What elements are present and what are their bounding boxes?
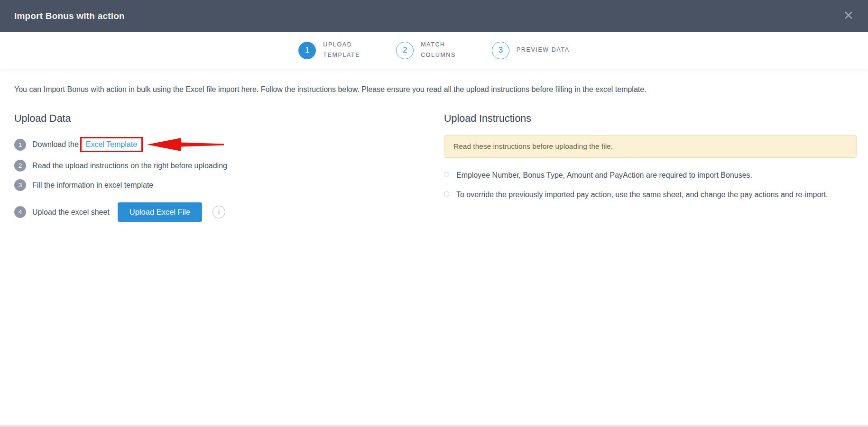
red-annotation-box: Excel Template <box>80 137 143 152</box>
step-text: Upload the excel sheet <box>32 208 110 217</box>
upload-step-read-instructions: 2 Read the upload instructions on the ri… <box>14 160 444 172</box>
step-1-circle: 1 <box>298 42 316 59</box>
upload-data-heading: Upload Data <box>14 113 444 125</box>
red-arrow-annotation-icon <box>147 138 224 151</box>
intro-text: You can Import Bonus with action in bulk… <box>0 69 868 95</box>
upload-step-download-template: 1 Download the Excel Template <box>14 137 444 152</box>
step-1-label: UPLOAD TEMPLATE <box>323 40 360 61</box>
step-number-badge: 2 <box>14 160 26 172</box>
upload-excel-file-button[interactable]: Upload Excel File <box>118 202 202 222</box>
stepper-step-preview-data: 3 PREVIEW DATA <box>492 42 570 59</box>
upload-step-upload-sheet: 4 Upload the excel sheet Upload Excel Fi… <box>14 202 444 222</box>
step-text: Download the <box>32 140 79 149</box>
info-icon[interactable]: i <box>212 206 225 218</box>
page-background-strip <box>0 425 868 427</box>
step-3-label: PREVIEW DATA <box>517 45 570 55</box>
step-3-circle: 3 <box>492 42 509 59</box>
bullet-circle-icon <box>444 191 449 197</box>
stepper: 1 UPLOAD TEMPLATE 2 MATCH COLUMNS 3 PREV… <box>0 32 868 69</box>
modal-header: Import Bonus with action ✕ <box>0 0 868 32</box>
excel-template-link[interactable]: Excel Template <box>86 140 137 148</box>
instructions-bullet-list: Employee Number, Bonus Type, Amount and … <box>444 170 857 200</box>
step-number-badge: 1 <box>14 139 26 151</box>
content: Upload Data 1 Download the Excel Templat… <box>0 95 868 229</box>
modal-title: Import Bonus with action <box>14 11 125 21</box>
upload-instructions-heading: Upload Instructions <box>444 113 857 125</box>
upload-step-fill-information: 3 Fill the information in excel template <box>14 179 444 191</box>
list-item: To override the previously imported pay … <box>444 189 857 200</box>
step-2-circle: 2 <box>396 42 414 59</box>
step-number-badge: 4 <box>14 206 26 218</box>
list-item: Employee Number, Bonus Type, Amount and … <box>444 170 857 181</box>
upload-instructions-section: Upload Instructions Read these instructi… <box>444 113 857 229</box>
stepper-step-match-columns: 2 MATCH COLUMNS <box>396 40 456 61</box>
upload-data-section: Upload Data 1 Download the Excel Templat… <box>14 113 444 229</box>
step-number-badge: 3 <box>14 179 26 191</box>
instructions-notice-banner: Read these instructions before uploading… <box>444 135 857 158</box>
upload-data-steps: 1 Download the Excel Template 2 Read the… <box>14 137 444 222</box>
step-2-label: MATCH COLUMNS <box>421 40 456 61</box>
stepper-step-upload-template: 1 UPLOAD TEMPLATE <box>298 40 360 61</box>
close-icon[interactable]: ✕ <box>843 9 854 22</box>
step-text: Read the upload instructions on the righ… <box>32 162 227 170</box>
step-text: Fill the information in excel template <box>32 181 153 190</box>
bullet-circle-icon <box>444 172 449 177</box>
